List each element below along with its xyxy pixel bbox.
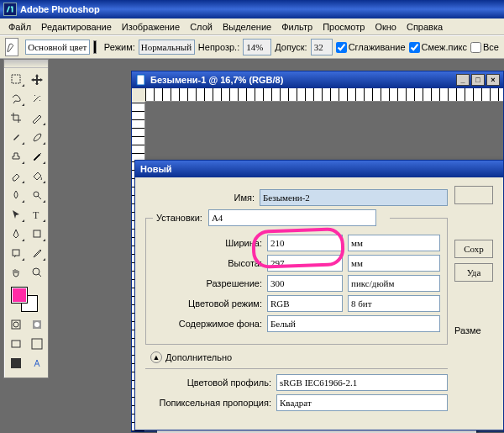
lasso-tool[interactable]	[6, 89, 26, 108]
advanced-toggle[interactable]: ▲ Дополнительно	[150, 351, 448, 363]
resolution-unit-select[interactable]: пикс/дюйм	[348, 275, 440, 292]
menu-edit[interactable]: Редактирование	[36, 20, 117, 34]
notes-tool[interactable]	[6, 244, 26, 262]
type-tool[interactable]: T	[27, 205, 47, 224]
advanced-label: Дополнительно	[165, 352, 232, 362]
opacity-label: Непрозр.:	[198, 42, 239, 52]
foreground-color-select[interactable]: Основной цвет	[25, 40, 90, 55]
dialog-titlebar[interactable]: Новый	[135, 161, 503, 177]
preset-select[interactable]: A4	[208, 209, 376, 226]
menu-image[interactable]: Изображение	[117, 20, 185, 34]
height-unit-select[interactable]: мм	[348, 255, 440, 272]
stamp-tool[interactable]	[6, 147, 26, 166]
app-title: Adobe Photoshop	[20, 4, 100, 14]
ok-button[interactable]	[454, 186, 493, 204]
menu-select[interactable]: Выделение	[218, 20, 276, 34]
menu-view[interactable]: Просмотр	[318, 20, 370, 34]
jump-to-ir[interactable]	[27, 354, 47, 372]
width-unit-select[interactable]: мм	[348, 235, 440, 251]
delete-preset-button[interactable]: Уда	[454, 263, 493, 282]
antialias-checkbox[interactable]: Сглаживание	[336, 42, 406, 53]
blend-mode-select[interactable]: Нормальный	[139, 40, 195, 55]
bit-depth-select[interactable]: 8 бит	[348, 295, 440, 312]
opacity-field[interactable]	[243, 39, 271, 55]
slice-tool[interactable]	[27, 108, 47, 127]
svg-rect-0	[4, 3, 16, 15]
pixel-aspect-label: Попиксельная пропорция:	[145, 398, 271, 408]
screen-mode-full[interactable]	[27, 335, 47, 353]
resolution-label: Разрешение:	[153, 278, 262, 288]
name-field[interactable]	[260, 189, 448, 206]
tolerance-field[interactable]	[311, 39, 333, 55]
maximize-button[interactable]: □	[471, 74, 485, 86]
color-mode-select[interactable]: RGB	[267, 295, 343, 312]
svg-rect-12	[32, 339, 42, 349]
height-field[interactable]	[267, 255, 343, 272]
bucket-tool[interactable]	[27, 166, 47, 185]
height-label: Высота:	[153, 258, 262, 268]
pixel-aspect-select[interactable]: Квадрат	[276, 394, 448, 411]
screen-mode-std[interactable]	[6, 335, 26, 353]
color-mode-label: Цветовой режим:	[153, 298, 262, 309]
menu-help[interactable]: Справка	[402, 20, 448, 34]
document-title: Безымени-1 @ 16,7% (RGB/8)	[150, 75, 283, 85]
width-field[interactable]	[267, 235, 343, 251]
chevron-up-icon: ▲	[150, 351, 162, 363]
zoom-tool[interactable]	[27, 263, 47, 282]
shape-tool[interactable]	[27, 224, 47, 243]
screen-mode-black[interactable]	[6, 354, 26, 372]
move-tool[interactable]	[27, 70, 47, 88]
color-profile-select[interactable]: sRGB IEC61966-2.1	[276, 374, 448, 391]
eraser-tool[interactable]	[6, 166, 26, 185]
minimize-button[interactable]: _	[456, 74, 470, 86]
preset-fieldset: Установки: A4 Ширина: мм Высота: мм	[145, 209, 448, 345]
all-layers-checkbox[interactable]: Все	[470, 42, 499, 53]
menu-filter[interactable]: Фильтр	[276, 20, 318, 34]
toolbox: T	[3, 59, 49, 378]
pen-tool[interactable]	[6, 224, 26, 243]
hand-tool[interactable]	[6, 263, 26, 282]
marquee-tool[interactable]	[6, 70, 26, 88]
resolution-field[interactable]	[267, 275, 343, 292]
menu-file[interactable]: Файл	[3, 20, 36, 34]
close-button[interactable]: ×	[486, 74, 500, 86]
svg-text:T: T	[33, 209, 39, 220]
toolbox-grip[interactable]	[4, 60, 48, 68]
name-label: Имя:	[145, 193, 255, 203]
svg-point-6	[33, 268, 39, 275]
quickmask-off[interactable]	[6, 315, 26, 334]
save-preset-button[interactable]: Сохр	[454, 240, 493, 258]
bg-contents-label: Содержимое фона:	[153, 319, 262, 329]
document-titlebar[interactable]: Безымени-1 @ 16,7% (RGB/8) _ □ ×	[132, 71, 503, 88]
svg-point-10	[34, 322, 39, 327]
svg-point-8	[13, 322, 18, 327]
dodge-tool[interactable]	[27, 186, 47, 204]
quickmask-on[interactable]	[27, 315, 47, 334]
crop-tool[interactable]	[6, 108, 26, 127]
ruler-horizontal	[145, 88, 503, 102]
menu-layer[interactable]: Слой	[185, 20, 218, 34]
path-select-tool[interactable]	[6, 205, 26, 224]
menu-window[interactable]: Окно	[370, 20, 402, 34]
wand-tool[interactable]	[27, 89, 47, 108]
blur-tool[interactable]	[6, 186, 26, 204]
dialog-title: Новый	[140, 164, 172, 174]
pattern-swatch[interactable]	[93, 40, 96, 54]
brush-tool[interactable]	[27, 128, 47, 146]
current-tool-icon[interactable]	[5, 38, 18, 56]
svg-rect-1	[12, 75, 20, 83]
svg-rect-5	[13, 250, 19, 256]
heal-tool[interactable]	[6, 128, 26, 146]
contiguous-checkbox[interactable]: Смеж.пикс	[409, 42, 467, 53]
foreground-color-swatch[interactable]	[11, 287, 28, 304]
app-titlebar: Adobe Photoshop	[0, 0, 504, 18]
eyedropper-tool[interactable]	[27, 244, 47, 262]
bg-contents-select[interactable]: Белый	[267, 315, 440, 332]
new-document-dialog: Новый Имя: Установки: A4 Ширина:	[134, 160, 504, 430]
color-swatches	[8, 285, 45, 314]
history-brush-tool[interactable]	[27, 147, 47, 166]
app-icon	[3, 3, 17, 16]
svg-rect-11	[12, 341, 20, 347]
options-bar: Основной цвет Режим: Нормальный Непрозр.…	[0, 35, 504, 59]
image-size-label: Разме	[454, 325, 493, 335]
